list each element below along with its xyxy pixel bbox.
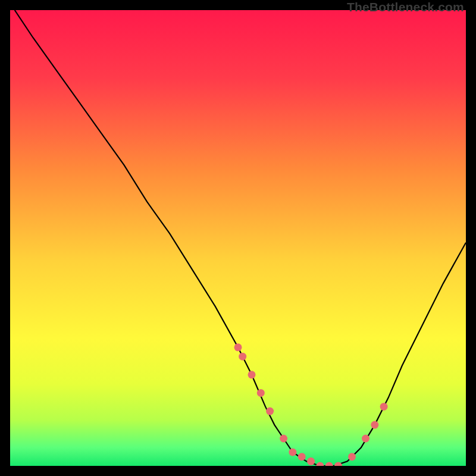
data-point-dot [234, 343, 242, 351]
data-point-dot [298, 453, 306, 461]
data-point-dot [257, 389, 265, 397]
gradient-background [10, 10, 466, 466]
data-point-dot [362, 435, 369, 443]
data-point-dot [239, 353, 246, 361]
data-point-dot [266, 408, 274, 415]
data-point-dot [307, 458, 315, 465]
chart-frame [10, 10, 466, 466]
data-point-dot [248, 371, 256, 378]
data-point-dot [280, 435, 287, 443]
data-point-dot [348, 453, 356, 461]
data-point-dot [289, 449, 296, 456]
data-point-dot [371, 421, 378, 429]
watermark-text: TheBottleneck.com [347, 0, 464, 14]
bottleneck-chart [10, 10, 466, 466]
data-point-dot [380, 403, 388, 411]
